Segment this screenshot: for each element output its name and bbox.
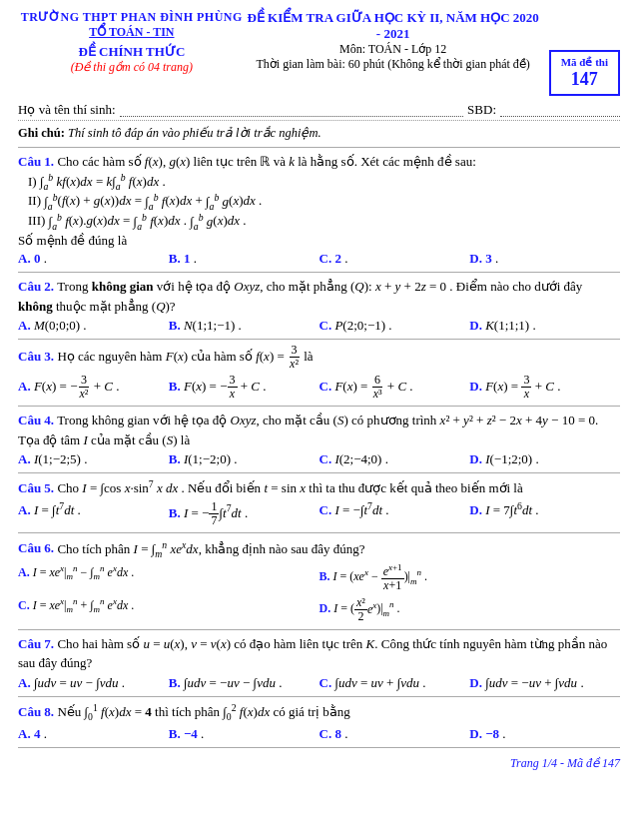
exam-info: ĐỀ KIỂM TRA GIỮA HỌC KỲ II, NĂM HỌC 2020…: [246, 10, 541, 72]
q5-opt-d: D. I = 7∫t6dt .: [469, 500, 620, 527]
ghi-chu-text: Thí sinh tô đáp án vào phiếu trả lời trắ…: [68, 126, 321, 140]
sbd-label: SBD:: [467, 102, 496, 118]
q4-opt-a: A. I(1;−2;5) .: [18, 451, 169, 467]
q8-opt-a: A. 4 .: [18, 726, 169, 742]
q1-body: Câu 1. Cho các hàm số f(x), g(x) liên tụ…: [18, 152, 620, 172]
q2-body: Câu 2. Trong không gian với hệ tọa độ Ox…: [18, 277, 620, 316]
divider-4: [18, 406, 620, 407]
q5-num: Câu 5.: [18, 480, 54, 495]
q2-opt-c: C. P(2;0;−1) .: [319, 318, 470, 334]
q4-text: Trong không gian với hệ tọa độ Oxyz, cho…: [18, 413, 598, 447]
page-footer: Trang 1/4 - Mã đề 147: [18, 756, 620, 771]
q1-item3: III) ∫ab f(x).g(x)dx = ∫ab f(x)dx . ∫ab …: [28, 211, 620, 231]
school-name: TRƯỜNG THPT PHAN ĐÌNH PHÙNG: [18, 10, 246, 25]
q8-body: Câu 8. Nếu ∫01 f(x)dx = 4 thì tích phân …: [18, 701, 620, 725]
q8-opt-c: C. 8 .: [319, 726, 470, 742]
q1-opt-d: D. 3 .: [469, 251, 620, 267]
divider-6: [18, 532, 620, 533]
exam-time: Thời gian làm bài: 60 phút (Không kể thờ…: [246, 57, 541, 72]
q5-text: Cho I = ∫cos x·sin7 x dx . Nếu đổi biến …: [57, 480, 522, 495]
ma-de-box: Mã đề thi 147: [549, 50, 620, 96]
q3-body: Câu 3. Họ các nguyên hàm F(x) của hàm số…: [18, 344, 620, 371]
q3-opt-c: C. F(x) = 6x³ + C .: [319, 374, 470, 401]
divider-8: [18, 696, 620, 697]
question-8: Câu 8. Nếu ∫01 f(x)dx = 4 thì tích phân …: [18, 701, 620, 743]
q2-opt-b: B. N(1;1;−1) .: [169, 318, 319, 334]
ghi-chu-bold: Ghi chú:: [18, 126, 65, 140]
q6-answers: A. I = xex|mn − ∫mn exdx . B. I = (xex −…: [18, 563, 620, 624]
q8-opt-d: D. −8 .: [469, 726, 620, 742]
q2-answers: A. M(0;0;0) . B. N(1;1;−1) . C. P(2;0;−1…: [18, 318, 620, 334]
q3-opt-b: B. F(x) = −3x + C .: [169, 374, 319, 401]
q2-text: Trong không gian với hệ tọa độ Oxyz, cho…: [18, 279, 582, 314]
q4-body: Câu 4. Trong không gian với hệ tọa độ Ox…: [18, 411, 620, 449]
sbd-dotted: [500, 103, 620, 117]
ma-de-label: Mã đề thi: [561, 56, 608, 69]
q1-text: Cho các hàm số f(x), g(x) liên tục trên …: [57, 154, 475, 169]
ghi-chu: Ghi chú: Thí sinh tô đáp án vào phiếu tr…: [18, 125, 620, 141]
q6-text: Cho tích phân I = ∫mn xexdx, khẳng định …: [57, 541, 364, 556]
q5-opt-a: A. I = ∫t7dt .: [18, 500, 169, 527]
q1-item1: I) ∫ab kf(x)dx = k∫ab f(x)dx .: [28, 172, 620, 192]
divider-7: [18, 629, 620, 630]
q8-opt-b: B. −4 .: [169, 726, 319, 742]
q3-opt-a: A. F(x) = −3x² + C .: [18, 374, 169, 401]
q7-opt-c: C. ∫udv = uv + ∫vdu .: [319, 675, 470, 691]
q5-body: Câu 5. Cho I = ∫cos x·sin7 x dx . Nếu đổ…: [18, 477, 620, 498]
q7-num: Câu 7.: [18, 636, 54, 651]
q3-answers: A. F(x) = −3x² + C . B. F(x) = −3x + C .…: [18, 374, 620, 401]
q3-text: Họ các nguyên hàm F(x) của hàm số f(x) =…: [57, 349, 313, 364]
q1-opt-a: A. 0 .: [18, 251, 169, 267]
exam-mon: Môn: TOÁN - Lớp 12: [246, 42, 541, 57]
q7-opt-b: B. ∫udv = −uv − ∫vdu .: [169, 675, 319, 691]
ho-ten-line: Họ và tên thí sinh: SBD:: [18, 102, 620, 121]
q8-text: Nếu ∫01 f(x)dx = 4 thì tích phân ∫02 f(x…: [57, 704, 349, 719]
question-7: Câu 7. Cho hai hàm số u = u(x), v = v(x)…: [18, 634, 620, 691]
question-3: Câu 3. Họ các nguyên hàm F(x) của hàm số…: [18, 344, 620, 401]
school-info: TRƯỜNG THPT PHAN ĐÌNH PHÙNG TỔ TOÁN - TI…: [18, 10, 246, 75]
to-toan: TỔ TOÁN - TIN: [18, 25, 246, 40]
q3-opt-d: D. F(x) = 3x + C .: [469, 374, 620, 401]
header: TRƯỜNG THPT PHAN ĐÌNH PHÙNG TỔ TOÁN - TI…: [18, 10, 620, 96]
q7-text: Cho hai hàm số u = u(x), v = v(x) có đạo…: [18, 636, 607, 671]
de-chinh-thuc: ĐỀ CHÍNH THỨC: [18, 44, 246, 60]
q5-opt-c: C. I = −∫t7dt .: [319, 500, 470, 527]
q5-opt-b: B. I = −17∫t7dt .: [169, 500, 319, 527]
question-4: Câu 4. Trong không gian với hệ tọa độ Ox…: [18, 411, 620, 467]
exam-title: ĐỀ KIỂM TRA GIỮA HỌC KỲ II, NĂM HỌC 2020…: [246, 10, 541, 42]
question-1: Câu 1. Cho các hàm số f(x), g(x) liên tụ…: [18, 152, 620, 267]
question-5: Câu 5. Cho I = ∫cos x·sin7 x dx . Nếu đổ…: [18, 477, 620, 527]
q2-opt-a: A. M(0;0;0) .: [18, 318, 169, 334]
q2-opt-d: D. K(1;1;1) .: [469, 318, 620, 334]
q7-answers: A. ∫udv = uv − ∫vdu . B. ∫udv = −uv − ∫v…: [18, 675, 620, 691]
q5-answers: A. I = ∫t7dt . B. I = −17∫t7dt . C. I = …: [18, 500, 620, 527]
q4-num: Câu 4.: [18, 413, 54, 427]
q8-answers: A. 4 . B. −4 . C. 8 . D. −8 .: [18, 726, 620, 742]
q6-opt-d: D. I = (x²2ex)|mn .: [319, 596, 621, 623]
q7-opt-a: A. ∫udv = uv − ∫vdu .: [18, 675, 169, 691]
q1-num: Câu 1.: [18, 154, 54, 169]
q4-answers: A. I(1;−2;5) . B. I(1;−2;0) . C. I(2;−4;…: [18, 451, 620, 467]
q1-opt-c: C. 2 .: [319, 251, 470, 267]
divider-1: [18, 147, 620, 148]
q3-num: Câu 3.: [18, 349, 54, 364]
de-gom: (Đề thi gồm có 04 trang): [18, 60, 246, 75]
divider-9: [18, 747, 620, 748]
q4-opt-c: C. I(2;−4;0) .: [319, 451, 470, 467]
divider-2: [18, 272, 620, 273]
ho-ten-dotted: [120, 103, 464, 117]
ho-ten-label: Họ và tên thí sinh:: [18, 102, 116, 118]
q6-opt-a: A. I = xex|mn − ∫mn exdx .: [18, 563, 319, 592]
q1-opt-b: B. 1 .: [169, 251, 319, 267]
q4-opt-d: D. I(−1;2;0) .: [469, 451, 620, 467]
q6-opt-c: C. I = xex|mn + ∫mn exdx .: [18, 596, 319, 623]
q1-item2: II) ∫ab(f(x) + g(x))dx = ∫ab f(x)dx + ∫a…: [28, 191, 620, 211]
q7-opt-d: D. ∫udv = −uv + ∫vdu .: [469, 675, 620, 691]
q2-num: Câu 2.: [18, 279, 54, 294]
q6-num: Câu 6.: [18, 541, 54, 556]
q8-num: Câu 8.: [18, 704, 54, 719]
q6-body: Câu 6. Cho tích phân I = ∫mn xexdx, khẳn…: [18, 537, 620, 561]
ma-de-num: 147: [561, 69, 608, 90]
q1-so-menh-de: Số mệnh đề đúng là: [18, 233, 620, 249]
question-2: Câu 2. Trong không gian với hệ tọa độ Ox…: [18, 277, 620, 334]
